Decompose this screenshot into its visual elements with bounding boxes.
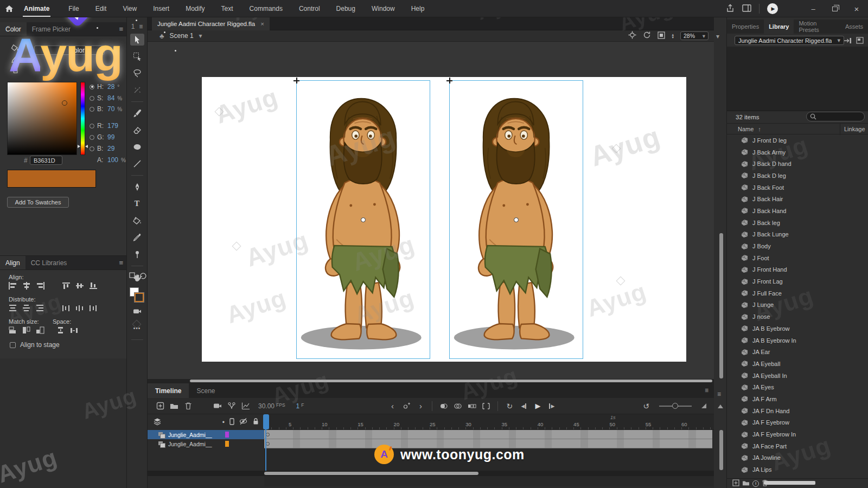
tab-properties[interactable]: Properties xyxy=(727,20,764,34)
scene-chevron-icon[interactable]: ▾ xyxy=(199,32,202,40)
playhead[interactable] xyxy=(263,414,269,429)
stroke-color-icon[interactable] xyxy=(11,55,19,65)
highlight-column-icon[interactable]: • xyxy=(222,419,225,426)
toolbar-menu-icon[interactable]: ≡ xyxy=(139,23,143,30)
color-picker-cursor[interactable] xyxy=(62,100,67,106)
g-value[interactable]: 99 xyxy=(107,133,114,141)
sort-ascending-icon[interactable]: ↑ xyxy=(758,126,761,132)
collapse-panel-icon[interactable]: « xyxy=(7,23,10,30)
library-item[interactable]: J nose xyxy=(727,311,868,323)
insert-keyframe-button[interactable] xyxy=(399,402,413,410)
library-item[interactable]: JA Lips xyxy=(727,464,868,476)
fps-value[interactable]: 30.00 xyxy=(258,402,275,410)
magic-wand-tool[interactable] xyxy=(130,84,144,96)
snap-rotate-icon[interactable] xyxy=(139,272,146,281)
library-item[interactable]: J Back Hand xyxy=(727,205,868,217)
eyedropper-tool[interactable] xyxy=(130,232,144,243)
linkage-column-header[interactable]: Linkage xyxy=(844,126,865,132)
column-divider[interactable] xyxy=(840,124,840,135)
camera-tool[interactable] xyxy=(130,305,144,317)
distribute-right-button[interactable] xyxy=(88,304,98,312)
library-item[interactable]: JA Ear xyxy=(727,346,868,358)
color-gradient-square[interactable] xyxy=(7,82,77,155)
current-frame-value[interactable]: 1 xyxy=(296,402,300,410)
scrollbar-thumb[interactable] xyxy=(190,380,712,382)
tab-library[interactable]: Library xyxy=(764,20,794,34)
library-item[interactable]: J Back leg xyxy=(727,217,868,229)
play-button[interactable]: ▶ xyxy=(531,402,545,410)
fill-color-icon[interactable] xyxy=(11,44,19,53)
layer-parenting-button[interactable] xyxy=(225,402,239,410)
g-radio[interactable] xyxy=(90,135,94,140)
onion-skin-button[interactable] xyxy=(437,402,451,410)
swap-colors-icon[interactable] xyxy=(11,67,19,75)
distribute-left-button[interactable] xyxy=(61,304,71,312)
modify-markers-button[interactable] xyxy=(479,402,493,410)
library-item[interactable]: JA B Eyebrow xyxy=(727,323,868,335)
layer-name[interactable]: Junglie_Aadmi__ xyxy=(168,432,212,438)
menu-item[interactable]: Insert xyxy=(145,5,177,12)
library-item[interactable]: JA B Eyebrow In xyxy=(727,335,868,346)
transform-point-1[interactable] xyxy=(361,217,366,222)
center-stage-icon[interactable] xyxy=(628,31,636,41)
fill-stroke-swatches[interactable] xyxy=(130,287,145,304)
menu-item[interactable]: Debug xyxy=(328,5,363,12)
tab-cc-libraries[interactable]: CC Libraries xyxy=(25,256,73,269)
test-movie-button[interactable]: ▶ xyxy=(767,3,778,14)
new-folder-button[interactable] xyxy=(742,480,750,487)
tab-frame-picker[interactable]: Frame Picker xyxy=(27,22,76,36)
document-tab-close-icon[interactable]: × xyxy=(260,21,264,27)
distribute-center-h-button[interactable] xyxy=(75,304,85,312)
library-columns-header[interactable]: Name ↑ Linkage xyxy=(727,123,868,134)
b2-value[interactable]: 29 xyxy=(107,145,114,152)
match-height-button[interactable] xyxy=(22,326,31,334)
library-item[interactable]: JA F Eyebrow In xyxy=(727,428,868,440)
delete-layer-button[interactable] xyxy=(181,402,195,410)
panel-menu-icon[interactable]: ≡ xyxy=(119,259,123,267)
document-tab[interactable]: Junglie Aadmi Character Rigged.fla × xyxy=(152,17,270,30)
stage[interactable] xyxy=(202,77,686,362)
asset-warp-tool[interactable] xyxy=(130,248,144,260)
distribute-bottom-button[interactable] xyxy=(35,304,45,312)
library-item[interactable]: JA Eyes xyxy=(727,381,868,393)
tab-color[interactable]: Color xyxy=(0,22,27,36)
distribute-middle-v-button[interactable] xyxy=(22,304,31,312)
distribute-top-button[interactable] xyxy=(8,304,18,312)
menu-item[interactable]: View xyxy=(114,5,145,12)
add-camera-button[interactable] xyxy=(210,402,225,409)
loop-playback-button[interactable]: ↻ xyxy=(502,402,516,410)
space-vertical-button[interactable] xyxy=(56,326,66,334)
b-radio[interactable] xyxy=(90,107,94,112)
scene-name[interactable]: Scene 1 xyxy=(170,32,194,40)
brush-tool[interactable] xyxy=(130,107,144,119)
rotate-stage-icon[interactable] xyxy=(643,31,651,41)
align-center-h-button[interactable] xyxy=(22,282,31,290)
eraser-tool[interactable] xyxy=(130,124,144,136)
item-properties-button[interactable]: i xyxy=(752,480,759,487)
add-to-swatches-button[interactable]: Add To Swatches xyxy=(7,197,69,208)
library-item[interactable]: JA Eyeball In xyxy=(727,370,868,382)
s-radio[interactable] xyxy=(90,96,94,101)
menu-item[interactable]: Commands xyxy=(241,5,291,12)
window-minimize-button[interactable]: – xyxy=(806,5,820,13)
name-column-header[interactable]: Name xyxy=(738,126,754,132)
next-keyframe-button[interactable]: › xyxy=(413,401,427,410)
tab-assets[interactable]: Assets xyxy=(840,20,868,34)
library-item[interactable]: J Front Lag xyxy=(727,275,868,287)
menu-item[interactable]: Text xyxy=(213,5,241,12)
new-library-panel-icon[interactable] xyxy=(856,37,864,46)
hue-slider[interactable] xyxy=(80,82,85,155)
match-width-button[interactable] xyxy=(8,326,18,334)
menu-animate[interactable]: Animate xyxy=(23,1,50,17)
new-folder-button[interactable] xyxy=(167,402,181,409)
step-forward-button[interactable]: ▶ xyxy=(545,403,559,409)
h-value[interactable]: 28 xyxy=(107,83,114,91)
align-bottom-button[interactable] xyxy=(88,282,98,290)
match-both-button[interactable] xyxy=(35,326,45,334)
previous-keyframe-button[interactable]: ‹ xyxy=(385,401,399,410)
timeline-zoom-slider[interactable] xyxy=(659,406,692,407)
align-top-button[interactable] xyxy=(61,282,71,290)
align-left-button[interactable] xyxy=(8,282,18,290)
edit-multiple-frames-button[interactable] xyxy=(465,402,479,410)
library-item[interactable]: J Foot xyxy=(727,252,868,264)
